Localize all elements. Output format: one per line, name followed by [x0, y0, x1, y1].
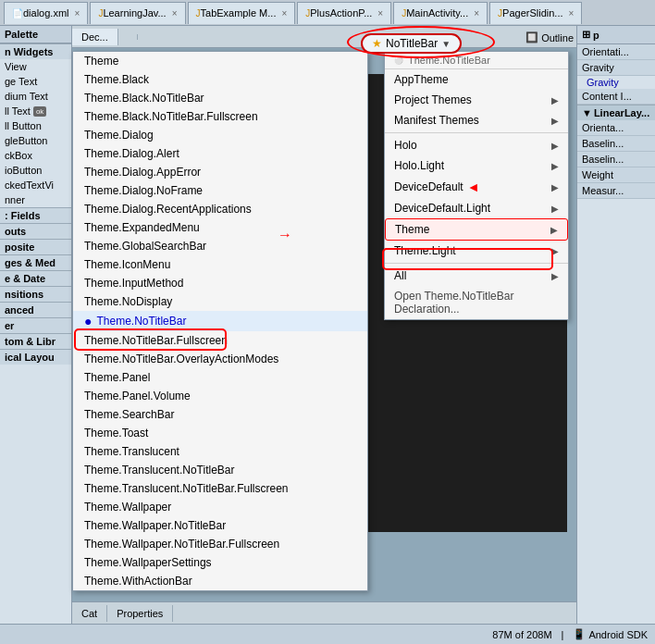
theme-item-globalsearchbar[interactable]: Theme.GlobalSearchBar [73, 237, 367, 255]
linearlayout-label: LinearLay... [594, 107, 649, 118]
theme-item-translucent[interactable]: Theme.Translucent [73, 442, 367, 461]
sidebar-item-checkedtextview[interactable]: ckedTextVi [0, 178, 71, 192]
sidebar-section-advanced[interactable]: anced [0, 302, 71, 317]
sdk-label: Android SDK [588, 629, 648, 640]
theme-item-inputmethod[interactable]: Theme.InputMethod [73, 274, 367, 292]
chevron-right-icon-all: ▶ [551, 271, 559, 281]
theme-item-wallpaper-notitlebar-fullscreen[interactable]: Theme.Wallpaper.NoTitleBar.Fullscreen [73, 535, 367, 553]
chevron-right-icon-devicedefault-light: ▶ [551, 204, 559, 214]
notitlebar-theme-button[interactable]: ★ NoTitleBar ▼ [361, 33, 462, 54]
right-dropdown-item-holo-light[interactable]: Holo.Light ▶ [385, 155, 568, 176]
theme-item-translucent-notitlebar[interactable]: Theme.Translucent.NoTitleBar [73, 461, 367, 479]
tab-dialog-xml[interactable]: 📄 dialog.xml × [4, 2, 88, 24]
theme-item-panel-volume[interactable]: Theme.Panel.Volume [73, 387, 367, 405]
theme-item-searchbar[interactable]: Theme.SearchBar [73, 405, 367, 424]
theme-item-wallpaper[interactable]: Theme.Wallpaper [73, 498, 367, 516]
theme-item-expandedmenu[interactable]: Theme.ExpandedMenu [73, 218, 367, 237]
outline-icon: 🔲 [525, 31, 538, 43]
sidebar-item-smalltext[interactable]: ll Text ok [0, 104, 71, 118]
theme-item-dialog-noframe[interactable]: Theme.Dialog.NoFrame [73, 181, 367, 200]
sidebar-item-radiobutton[interactable]: ioButton [0, 163, 71, 178]
content-tab-dec[interactable]: Dec... [72, 29, 118, 45]
theme-item-dialog-alert[interactable]: Theme.Dialog.Alert [73, 144, 367, 163]
theme-item-wallpapersettings[interactable]: Theme.WallpaperSettings [73, 553, 367, 572]
tab-close-dialog-xml[interactable]: × [75, 8, 80, 19]
status-bar: 87M of 208M | 📱 Android SDK [0, 624, 655, 644]
sidebar-item-getext[interactable]: ge Text [0, 74, 71, 89]
tab-close-mainactivity[interactable]: × [474, 8, 479, 19]
sidebar-section-datetime[interactable]: e & Date [0, 270, 71, 286]
tab-label-dialog-xml: dialog.xml [23, 7, 69, 19]
sidebar-section-widgets[interactable]: n Widgets [0, 43, 71, 59]
sidebar-section-transitions[interactable]: nsitions [0, 286, 71, 302]
tab-pagerslidin[interactable]: J PagerSlidin... × [489, 2, 582, 24]
right-dropdown-item-apptheme[interactable]: AppTheme [385, 69, 568, 90]
sidebar-item-checkbox[interactable]: ckBox [0, 148, 71, 163]
chevron-right-icon-manifest: ▶ [551, 116, 559, 126]
tab-close-learningjav[interactable]: × [172, 8, 178, 19]
sidebar-item-spinner[interactable]: nner [0, 192, 71, 207]
palette-title: Palette [0, 26, 71, 43]
right-dropdown-item-theme[interactable]: Theme ▶ [385, 218, 568, 241]
theme-item-black-notitlebar-fullscreen[interactable]: Theme.Black.NoTitleBar.Fullscreen [73, 107, 367, 126]
manifest-themes-label: Manifest Themes [394, 114, 479, 127]
theme-list-dropdown[interactable]: Theme Theme.Black Theme.Black.NoTitleBar… [72, 51, 368, 591]
theme-item-dialog-apperror[interactable]: Theme.Dialog.AppError [73, 163, 367, 181]
theme-item-panel[interactable]: Theme.Panel [73, 368, 367, 387]
chevron-right-icon-theme: ▶ [550, 225, 558, 235]
sidebar-section-fields[interactable]: : Fields [0, 207, 71, 223]
tab-mainactivity[interactable]: J MainActivity... × [393, 2, 488, 24]
theme-item-notitlebar[interactable]: ● Theme.NoTitleBar [73, 311, 367, 331]
theme-item-toast[interactable]: Theme.Toast [73, 424, 367, 442]
theme-item-notitlebar-fullscreen[interactable]: Theme.NoTitleBar.Fullscreen [73, 331, 367, 350]
open-declaration-label: Open Theme.NoTitleBar Declaration... [394, 290, 513, 316]
theme-item-black[interactable]: Theme.Black [73, 70, 367, 89]
sidebar-section-layouts[interactable]: outs [0, 223, 71, 239]
theme-item-translucent-notitlebar-fullscreen[interactable]: Theme.Translucent.NoTitleBar.Fullscreen [73, 479, 367, 498]
theme-item-dialog-recentapps[interactable]: Theme.Dialog.RecentApplications [73, 200, 367, 218]
right-dropdown-open-declaration[interactable]: Open Theme.NoTitleBar Declaration... [385, 286, 568, 319]
theme-item-dialog[interactable]: Theme.Dialog [73, 126, 367, 144]
theme-item-iconmenu[interactable]: Theme.IconMenu [73, 255, 367, 274]
tab-icon-xml: 📄 [12, 8, 23, 19]
tab-close-plusaction[interactable]: × [377, 8, 383, 19]
baseline-label-2: Baselin... [577, 152, 655, 167]
right-dropdown-item-all[interactable]: All ▶ [385, 266, 568, 286]
circle-dot-icon: ⚪ [394, 56, 403, 65]
gravity-value-1[interactable]: Gravity [577, 76, 655, 89]
theme-item-black-notitlebar[interactable]: Theme.Black.NoTitleBar [73, 89, 367, 107]
right-dropdown-item-holo[interactable]: Holo ▶ [385, 135, 568, 155]
tab-tabexample[interactable]: J TabExample M... × [188, 2, 296, 24]
sidebar-section-composite[interactable]: posite [0, 239, 71, 254]
sidebar-section-graphical[interactable]: ical Layou [0, 349, 71, 365]
sidebar-item-togglebutton[interactable]: gleButton [0, 133, 71, 148]
bottom-tab-cat[interactable]: Cat [72, 605, 107, 622]
theme-light-label: Theme.Light [394, 244, 456, 257]
content-tab-empty[interactable] [118, 34, 138, 40]
chevron-right-icon-devicedefault: ▶ [551, 182, 559, 192]
sidebar-item-view[interactable]: View [0, 59, 71, 74]
theme-item-notitlebar-overlayactionmodes[interactable]: Theme.NoTitleBar.OverlayActionModes [73, 350, 367, 368]
tab-plusaction[interactable]: J PlusActionP... × [297, 2, 391, 24]
theme-item-theme[interactable]: Theme [73, 52, 367, 70]
tab-close-pagerslidin[interactable]: × [569, 8, 575, 19]
theme-item-nodisplay[interactable]: Theme.NoDisplay [73, 292, 367, 311]
theme-item-wallpaper-notitlebar[interactable]: Theme.Wallpaper.NoTitleBar [73, 516, 367, 535]
tab-learningjav[interactable]: J LearningJav... × [90, 2, 185, 24]
theme-item-withactionbar[interactable]: Theme.WithActionBar [73, 572, 367, 590]
right-dropdown-item-manifest-themes[interactable]: Manifest Themes ▶ [385, 110, 568, 130]
sidebar-section-imagesmedia[interactable]: ges & Med [0, 254, 71, 270]
sdk-icon: 📱 [573, 628, 586, 640]
sidebar-section-other[interactable]: er [0, 317, 71, 333]
sidebar-section-customlibs[interactable]: tom & Libr [0, 333, 71, 349]
memory-status: 87M of 208M [492, 629, 551, 640]
outline-button[interactable]: 🔲 Outline [525, 31, 574, 43]
sidebar-item-medtext[interactable]: dium Text [0, 89, 71, 104]
right-dropdown-item-devicedefault-light[interactable]: DeviceDefault.Light ▶ [385, 198, 568, 218]
bottom-tab-properties[interactable]: Properties [107, 605, 173, 622]
right-dropdown-item-devicedefault[interactable]: DeviceDefault ◄ ▶ [385, 176, 568, 198]
right-dropdown-item-theme-light[interactable]: Theme.Light ▶ [385, 241, 568, 261]
tab-close-tabexample[interactable]: × [281, 8, 287, 19]
right-dropdown-item-project-themes[interactable]: Project Themes ▶ [385, 90, 568, 110]
sidebar-item-button[interactable]: ll Button [0, 118, 71, 133]
